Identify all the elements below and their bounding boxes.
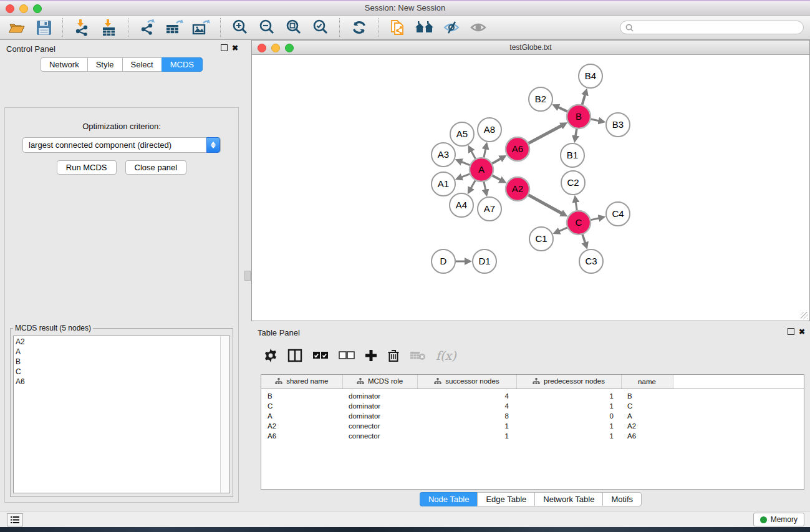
graph-edge-B-B1[interactable] (576, 128, 577, 137)
split-divider-vertical[interactable] (243, 40, 251, 511)
memory-button[interactable]: Memory (753, 513, 804, 526)
table-cell[interactable]: dominator (342, 401, 417, 411)
table-row[interactable]: Adominator80A (261, 411, 804, 421)
zoom-fit-button[interactable] (283, 17, 304, 37)
tab-mcds[interactable]: MCDS (162, 57, 203, 72)
graph-edge-A-A8[interactable] (484, 148, 486, 158)
delete-column-button[interactable] (387, 349, 400, 362)
graph-edge-A-A7[interactable] (484, 181, 486, 191)
export-image-button[interactable] (191, 17, 212, 37)
export-network-button[interactable] (137, 17, 158, 37)
table-cell[interactable]: 1 (417, 421, 516, 431)
tab-edge-table[interactable]: Edge Table (477, 492, 534, 506)
search-input[interactable] (637, 22, 798, 32)
column-header-successor-nodes[interactable]: successor nodes (417, 375, 516, 389)
table-row[interactable]: A2connector11A2 (261, 421, 804, 431)
result-item[interactable]: A2 (16, 337, 229, 347)
column-header-predecessor-nodes[interactable]: predecessor nodes (516, 375, 621, 389)
run-mcds-button[interactable]: Run MCDS (57, 160, 117, 175)
task-history-button[interactable] (7, 513, 23, 526)
graph-node-C1[interactable]: C1 (529, 227, 553, 251)
zoom-selected-button[interactable] (310, 17, 331, 37)
table-cell[interactable]: 1 (417, 431, 516, 441)
result-scrollbar[interactable] (220, 336, 229, 493)
graph-edge-A-A3[interactable] (461, 162, 470, 165)
tab-network[interactable]: Network (41, 57, 87, 72)
graph-edge-A6-B[interactable] (528, 125, 562, 143)
graph-node-C3[interactable]: C3 (579, 249, 603, 273)
tab-select[interactable]: Select (122, 57, 162, 72)
table-cell[interactable]: B (621, 389, 673, 402)
table-cell[interactable]: 0 (516, 411, 621, 421)
table-cell[interactable]: connector (342, 421, 417, 431)
import-table-button[interactable] (99, 17, 120, 37)
graph-edge-C-C1[interactable] (559, 228, 568, 232)
graph-node-A[interactable]: A (470, 158, 493, 181)
graph-node-A8[interactable]: A8 (478, 118, 501, 142)
table-cell[interactable]: dominator (342, 411, 417, 421)
function-builder-button[interactable]: f(x) (436, 349, 456, 362)
table-cell[interactable]: A6 (621, 431, 673, 441)
close-panel-button[interactable]: Close panel (125, 160, 187, 175)
result-item[interactable]: A (16, 347, 229, 357)
graph-node-C2[interactable]: C2 (561, 171, 585, 195)
graph-node-A7[interactable]: A7 (478, 197, 501, 221)
graph-edge-A-A5[interactable] (471, 150, 476, 159)
table-cell[interactable]: A6 (261, 431, 342, 441)
graph-node-B4[interactable]: B4 (579, 64, 602, 88)
resize-grip-icon[interactable] (801, 312, 808, 319)
tab-style[interactable]: Style (87, 57, 122, 72)
graph-node-A6[interactable]: A6 (506, 137, 529, 161)
graph-edge-A-A4[interactable] (471, 180, 476, 189)
float-panel-icon[interactable] (221, 44, 228, 51)
column-header-shared-name[interactable]: shared name (261, 375, 342, 389)
delete-table-button[interactable] (410, 350, 426, 361)
graph-edge-A-A2[interactable] (492, 175, 501, 180)
float-table-panel-icon[interactable] (788, 328, 794, 335)
search-field[interactable] (620, 21, 804, 34)
graph-node-C4[interactable]: C4 (606, 202, 630, 226)
table-row[interactable]: Bdominator41B (261, 389, 804, 402)
graph-node-A2[interactable]: A2 (506, 177, 529, 201)
tab-motifs[interactable]: Motifs (602, 492, 642, 506)
graph-node-A5[interactable]: A5 (450, 122, 474, 146)
table-cell[interactable]: connector (342, 431, 417, 441)
graph-edge-A2-C[interactable] (528, 195, 562, 213)
refresh-button[interactable] (349, 17, 370, 37)
save-session-button[interactable] (33, 17, 54, 37)
table-cell[interactable]: 4 (417, 401, 516, 411)
result-item[interactable]: B (16, 357, 229, 367)
unselect-all-button[interactable] (339, 351, 355, 360)
graph-edge-A-A6[interactable] (492, 158, 501, 164)
zoom-out-button[interactable] (256, 17, 277, 37)
export-table-button[interactable] (164, 17, 185, 37)
graph-node-A1[interactable]: A1 (432, 172, 455, 196)
graph-node-B3[interactable]: B3 (606, 113, 630, 137)
graph-node-D1[interactable]: D1 (473, 249, 496, 273)
table-cell[interactable]: 8 (417, 411, 516, 421)
graph-edge-B-B4[interactable] (582, 94, 585, 105)
column-header-name[interactable]: name (621, 375, 673, 389)
select-all-button[interactable] (312, 351, 329, 360)
tab-network-table[interactable]: Network Table (534, 492, 602, 506)
table-cell[interactable]: C (261, 401, 342, 411)
table-cell[interactable]: B (261, 389, 342, 402)
graph-edge-B-B3[interactable] (591, 119, 600, 121)
network-canvas[interactable]: B4B2BB3A8A5A6A3B1AC2A1A2A4A7C4CC1DD1C3 (252, 55, 809, 321)
mcds-result-list[interactable]: A2ABCA6 (13, 336, 230, 493)
table-cell[interactable]: A2 (621, 421, 673, 431)
close-table-panel-icon[interactable]: ✖ (799, 329, 805, 335)
graph-edge-B-B2[interactable] (557, 107, 567, 112)
zoom-in-button[interactable] (229, 17, 251, 37)
result-item[interactable]: C (16, 367, 229, 377)
table-cell[interactable]: C (621, 401, 673, 411)
show-all-button[interactable] (414, 17, 435, 37)
show-hidden-button[interactable] (468, 17, 489, 37)
table-cell[interactable]: dominator (342, 389, 417, 402)
result-item[interactable]: A6 (16, 377, 229, 387)
table-cell[interactable]: 1 (516, 401, 621, 411)
table-settings-button[interactable] (264, 349, 277, 362)
table-cell[interactable]: 1 (516, 389, 621, 402)
table-row[interactable]: A6connector11A6 (261, 431, 804, 441)
graph-node-A3[interactable]: A3 (432, 143, 455, 167)
